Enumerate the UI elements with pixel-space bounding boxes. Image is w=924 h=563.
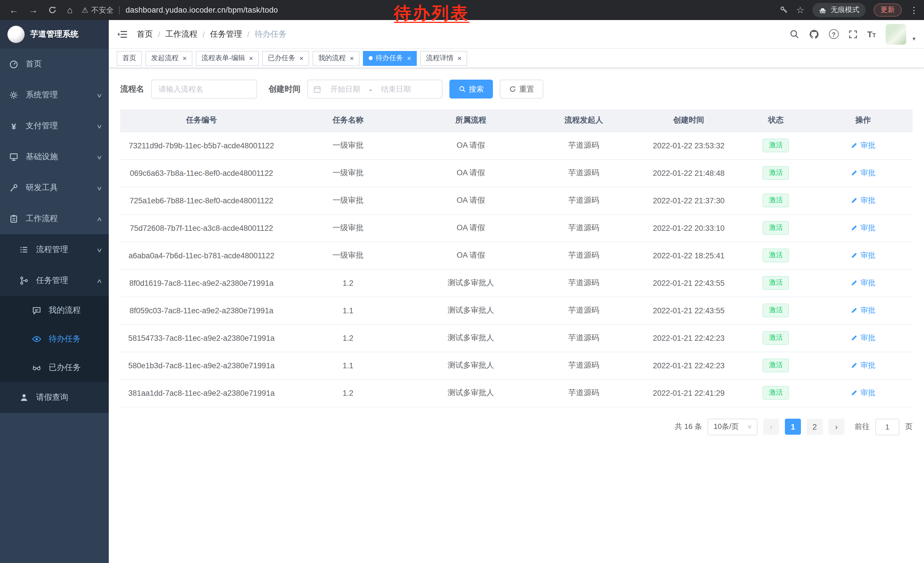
- cell-task-name: 1.2: [282, 379, 413, 407]
- breadcrumb-task-management[interactable]: 任务管理: [210, 29, 242, 39]
- prev-page-button[interactable]: ‹: [763, 419, 779, 435]
- cell-starter: 芋道源码: [528, 379, 639, 407]
- sidebar-item-home[interactable]: 首页: [0, 49, 109, 80]
- reload-icon[interactable]: [48, 6, 57, 14]
- chevron-down-icon: ∨: [96, 154, 102, 160]
- sidebar-item-devtools[interactable]: 研发工具 ∨: [0, 173, 109, 203]
- approve-button[interactable]: 审批: [851, 388, 875, 398]
- process-name-input[interactable]: [151, 80, 257, 99]
- cell-task-name: 1.1: [282, 297, 413, 324]
- sidebar-item-label: 首页: [26, 59, 42, 69]
- sidebar-item-infra[interactable]: 基础设施 ∨: [0, 141, 109, 173]
- approve-label: 审批: [861, 278, 875, 288]
- incognito-label: 无痕模式: [831, 5, 859, 15]
- status-badge: 激活: [762, 359, 789, 372]
- github-icon[interactable]: [808, 29, 819, 39]
- cell-task-name: 一级审批: [282, 132, 413, 159]
- sidebar-item-label: 工作流程: [26, 214, 58, 224]
- search-button-label: 搜索: [469, 84, 484, 94]
- home-icon[interactable]: ⌂: [67, 6, 72, 15]
- sidebar-item-leave-query[interactable]: 请假查询: [0, 382, 109, 413]
- approve-button[interactable]: 审批: [851, 305, 875, 315]
- approve-button[interactable]: 审批: [851, 223, 875, 233]
- date-range-picker[interactable]: -: [308, 80, 442, 99]
- sidebar-item-done-task[interactable]: 已办任务: [0, 353, 109, 382]
- sidebar-item-process-management[interactable]: 流程管理 ∨: [0, 234, 109, 265]
- sidebar-toggle-icon[interactable]: [117, 29, 128, 39]
- search-icon[interactable]: [789, 29, 799, 39]
- close-icon[interactable]: ×: [458, 54, 461, 62]
- sidebar-item-label: 待办任务: [49, 334, 81, 344]
- page-button-2[interactable]: 2: [807, 419, 823, 435]
- todo-task-table: 任务编号 任务名称 所属流程 流程发起人 创建时间 状态 操作 73211d9d…: [120, 110, 912, 407]
- approve-button[interactable]: 审批: [851, 278, 875, 288]
- cell-create-time: 2022-01-21 22:43:55: [639, 297, 738, 324]
- approve-button[interactable]: 审批: [851, 168, 875, 178]
- key-icon[interactable]: [780, 6, 788, 14]
- tag-process-detail[interactable]: 流程详情 ×: [420, 51, 467, 66]
- user-avatar[interactable]: [886, 24, 906, 44]
- sidebar-item-todo-task[interactable]: 待办任务: [0, 325, 109, 353]
- page-size-select[interactable]: 10条/页 ∨: [708, 418, 758, 435]
- approve-button[interactable]: 审批: [851, 360, 875, 371]
- sidebar-item-system[interactable]: 系统管理 ∨: [0, 80, 109, 111]
- browser-menu-icon[interactable]: ⋮: [910, 5, 918, 15]
- close-icon[interactable]: ×: [183, 54, 187, 62]
- browser-update-button[interactable]: 更新: [874, 3, 902, 17]
- cell-create-time: 2022-01-22 23:53:32: [639, 132, 738, 159]
- next-page-button[interactable]: ›: [828, 419, 844, 435]
- tag-my-process[interactable]: 我的流程 ×: [313, 51, 360, 66]
- tag-home[interactable]: 首页: [117, 51, 142, 66]
- close-icon[interactable]: ×: [249, 54, 253, 62]
- page-button-1[interactable]: 1: [785, 419, 801, 435]
- navbar-actions: ? TT ▾: [789, 24, 915, 44]
- tag-done-task[interactable]: 已办任务 ×: [262, 51, 309, 66]
- sidebar-item-payment[interactable]: ¥ 支付管理 ∨: [0, 111, 109, 141]
- sidebar-item-my-process[interactable]: 我的流程: [0, 296, 109, 325]
- close-icon[interactable]: ×: [350, 54, 354, 62]
- sidebar-item-task-management[interactable]: 任务管理 ∧: [0, 265, 109, 296]
- tag-label: 流程表单-编辑: [201, 53, 245, 63]
- goto-page-input[interactable]: [875, 418, 899, 435]
- font-size-icon[interactable]: TT: [867, 30, 876, 38]
- fullscreen-icon[interactable]: [848, 30, 857, 39]
- start-date-input[interactable]: [324, 85, 367, 93]
- sidebar: 芋道管理系统 首页 系统管理 ∨ ¥ 支付管理 ∨ 基础设施 ∨: [0, 20, 109, 563]
- sidebar-item-label: 我的流程: [49, 305, 81, 315]
- reset-button[interactable]: 重置: [500, 80, 543, 99]
- sidebar-item-workflow[interactable]: 工作流程 ∧: [0, 203, 109, 234]
- calendar-icon: [313, 85, 321, 93]
- chevron-up-icon: ∧: [96, 278, 102, 284]
- cell-process: OA 请假: [413, 159, 528, 187]
- status-badge: 激活: [762, 249, 789, 262]
- cell-task-name: 1.2: [282, 324, 413, 352]
- help-icon[interactable]: ?: [829, 29, 838, 39]
- address-bar[interactable]: ⚠ 不安全 dashboard.yudao.iocoder.cn/bpm/tas…: [82, 5, 278, 15]
- approve-button[interactable]: 审批: [851, 140, 875, 151]
- close-icon[interactable]: ×: [299, 54, 303, 62]
- browser-chrome: ← → ⌂ ⚠ 不安全 dashboard.yudao.iocoder.cn/b…: [0, 0, 924, 20]
- cell-task-id: 73211d9d-7b9b-11ec-b5b7-acde48001122: [120, 132, 282, 159]
- close-icon[interactable]: ×: [407, 54, 411, 62]
- cell-create-time: 2022-01-21 22:42:23: [639, 352, 738, 379]
- table-row: 381aa1dd-7ac8-11ec-a9e2-a2380e71991a 1.2…: [120, 379, 912, 407]
- cell-starter: 芋道源码: [528, 324, 639, 352]
- table-row: 580e1b3d-7ac8-11ec-a9e2-a2380e71991a 1.1…: [120, 352, 912, 379]
- back-icon[interactable]: ←: [9, 6, 18, 15]
- cell-starter: 芋道源码: [528, 214, 639, 242]
- approve-button[interactable]: 审批: [851, 250, 875, 261]
- tag-todo-task[interactable]: 待办任务 ×: [363, 51, 417, 66]
- sidebar-logo[interactable]: 芋道管理系统: [0, 20, 109, 49]
- approve-button[interactable]: 审批: [851, 333, 875, 343]
- breadcrumb-workflow[interactable]: 工作流程: [165, 29, 198, 39]
- end-date-input[interactable]: [374, 85, 418, 93]
- forward-icon[interactable]: →: [28, 6, 38, 15]
- bookmark-star-icon[interactable]: ☆: [796, 6, 804, 15]
- tag-start-process[interactable]: 发起流程 ×: [146, 51, 192, 66]
- tag-label: 流程详情: [426, 53, 453, 63]
- search-button[interactable]: 搜索: [449, 80, 493, 99]
- cell-task-id: 580e1b3d-7ac8-11ec-a9e2-a2380e71991a: [120, 352, 282, 379]
- approve-button[interactable]: 审批: [851, 195, 875, 206]
- tag-form-edit[interactable]: 流程表单-编辑 ×: [196, 51, 259, 66]
- breadcrumb-home[interactable]: 首页: [137, 29, 153, 39]
